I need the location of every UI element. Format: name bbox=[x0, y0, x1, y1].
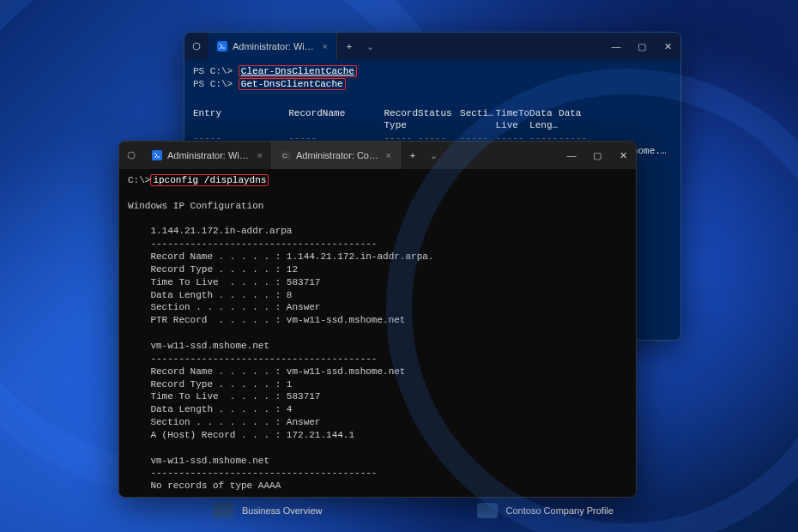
output-heading: Windows IP Configuration bbox=[128, 200, 627, 213]
dns-record-line: Data Length . . . . . : 4 bbox=[128, 403, 627, 416]
col-recordtype: Record bbox=[384, 107, 418, 120]
cell-data: 172.21.144.1 bbox=[559, 171, 672, 184]
dns-record-line: Record Name . . . . . : vm-w11-ssd.mshom… bbox=[128, 366, 627, 378]
cell-dlen bbox=[529, 158, 559, 171]
cell-ttl: 583622 bbox=[496, 145, 530, 158]
ps-prompt: PS C:\> bbox=[193, 79, 233, 89]
close-button[interactable]: ✕ bbox=[655, 33, 680, 60]
cell-section bbox=[460, 158, 495, 171]
titlebar-drag-region[interactable] bbox=[442, 142, 559, 169]
tab-label: Administrator: Windows Powe bbox=[167, 150, 252, 160]
titlebar[interactable]: Administrator: Windows Powe × C: Adminis… bbox=[119, 142, 636, 169]
minimize-button[interactable]: — bbox=[603, 33, 629, 60]
dns-record-line: Section . . . . . . . : Answer bbox=[128, 301, 627, 314]
cell-ttl bbox=[496, 158, 530, 171]
tab-label: Administrator: Windows Powe bbox=[233, 41, 317, 51]
tab-powershell[interactable]: Administrator: Windows Powe × bbox=[143, 142, 272, 169]
cell-data bbox=[559, 158, 672, 171]
dns-record-line: Record Type . . . . . : 12 bbox=[128, 263, 627, 276]
cell-data: vm-w11-ssd.mshome.net bbox=[559, 145, 672, 158]
svg-text:C:: C: bbox=[282, 152, 289, 160]
dns-record-line: Section . . . . . . . : Answer bbox=[128, 416, 627, 429]
new-tab-button[interactable]: + bbox=[337, 33, 361, 60]
dns-section-title: vm-w11-ssd.mshome.net bbox=[128, 455, 627, 468]
ps-command: Get-DnsClientCache bbox=[239, 78, 346, 90]
cmd-icon: C: bbox=[281, 150, 291, 160]
cell-section: Answer bbox=[460, 171, 495, 184]
maximize-button[interactable]: ▢ bbox=[584, 142, 610, 169]
col-status: Status bbox=[418, 107, 460, 120]
maximize-button[interactable]: ▢ bbox=[629, 33, 655, 60]
dns-record-line: A (Host) Record . . . : 172.21.144.1 bbox=[128, 429, 627, 442]
col-data: Data bbox=[559, 107, 672, 120]
separator: ---------------------------------------- bbox=[128, 238, 627, 251]
dns-section-title: 1.144.21.172.in-addr.arpa bbox=[128, 225, 627, 238]
cell-ttl: 583622 bbox=[496, 171, 530, 184]
cmd-command: ipconfig /displaydns bbox=[150, 174, 269, 186]
svg-point-0 bbox=[193, 43, 200, 50]
cmd-output[interactable]: C:\>ipconfig /displaydns Windows IP Conf… bbox=[119, 169, 636, 497]
titlebar-drag-region[interactable] bbox=[378, 33, 603, 60]
svg-point-2 bbox=[128, 152, 135, 159]
cell-dlen: 8 bbox=[529, 145, 559, 158]
dns-record-line: PTR Record . . . . . : vm-w11-ssd.mshome… bbox=[128, 314, 627, 327]
dns-section-title: vm-w11-ssd.mshome.net bbox=[128, 340, 627, 353]
tab-powershell[interactable]: Administrator: Windows Powe × bbox=[209, 33, 337, 60]
powershell-icon bbox=[217, 41, 227, 51]
col-entry: Entry bbox=[193, 107, 288, 120]
cell-dlen: 4 bbox=[529, 171, 559, 184]
file-name: Contoso Company Profile bbox=[506, 505, 614, 516]
xls-file-icon bbox=[477, 482, 498, 498]
tab-command-prompt[interactable]: C: Administrator: Command Pro × bbox=[272, 142, 401, 169]
separator: ---------------------------------------- bbox=[128, 467, 627, 480]
file-name: Business Overview bbox=[242, 505, 323, 516]
chevron-down-icon[interactable]: ⌄ bbox=[361, 33, 378, 60]
new-tab-button[interactable]: + bbox=[401, 142, 425, 169]
cmd-prompt: C:\> bbox=[128, 175, 150, 185]
dns-record-line: Time To Live . . . . : 583717 bbox=[128, 276, 627, 289]
minimize-button[interactable]: — bbox=[559, 142, 584, 169]
col-ttl: TimeTo bbox=[496, 107, 530, 120]
command-prompt-window: Administrator: Windows Powe × C: Adminis… bbox=[118, 141, 637, 498]
dns-record-line: Record Type . . . . . : 1 bbox=[128, 378, 627, 391]
dns-record-line: Data Length . . . . . : 8 bbox=[128, 289, 627, 302]
ps-prompt: PS C:\> bbox=[193, 66, 233, 76]
doc-file-icon bbox=[477, 503, 498, 518]
cell-section: Answer bbox=[460, 145, 495, 158]
separator: ---------------------------------------- bbox=[128, 353, 627, 366]
col-recordname: RecordName bbox=[288, 107, 384, 120]
ps-command: Clear-DnsClientCache bbox=[239, 65, 357, 77]
tab-label: Administrator: Command Pro bbox=[296, 150, 381, 160]
file-time: 12h ago bbox=[506, 485, 541, 495]
tab-dropdown-icon[interactable] bbox=[184, 33, 209, 60]
dns-record-line: Time To Live . . . . : 583717 bbox=[128, 390, 627, 403]
tab-close-icon[interactable]: × bbox=[386, 150, 391, 160]
dns-record-line: Record Name . . . . . : 1.144.21.172.in-… bbox=[128, 251, 627, 263]
dns-record-line: No records of type AAAA bbox=[128, 480, 627, 493]
tab-dropdown-icon[interactable] bbox=[119, 142, 143, 169]
powershell-icon bbox=[152, 150, 162, 160]
chevron-down-icon[interactable]: ⌄ bbox=[425, 142, 442, 169]
close-button[interactable]: ✕ bbox=[610, 142, 636, 169]
doc-file-icon bbox=[213, 503, 233, 518]
tab-close-icon[interactable]: × bbox=[323, 41, 328, 51]
tab-close-icon[interactable]: × bbox=[257, 150, 263, 160]
titlebar[interactable]: Administrator: Windows Powe × + ⌄ — ▢ ✕ bbox=[184, 33, 680, 60]
col-datalength: Data bbox=[529, 107, 559, 120]
col-section: Section bbox=[460, 107, 495, 120]
